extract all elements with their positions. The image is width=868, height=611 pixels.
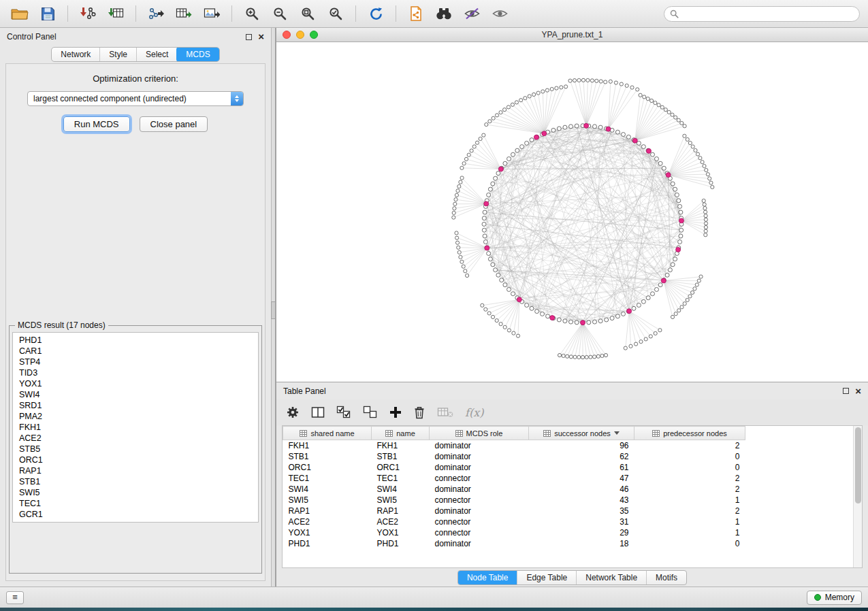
mcds-result-item[interactable]: STB5 xyxy=(19,444,252,455)
float-panel-icon[interactable] xyxy=(246,34,252,40)
table-cell: 18 xyxy=(529,538,634,549)
table-cell: SWI4 xyxy=(283,484,372,495)
table-row[interactable]: SWI4SWI4dominator462 xyxy=(283,484,745,495)
mcds-result-item[interactable]: PMA2 xyxy=(19,411,252,422)
mcds-result-item[interactable]: CAR1 xyxy=(19,346,252,357)
export-image-icon xyxy=(204,6,220,21)
table-row[interactable]: RAP1RAP1dominator352 xyxy=(283,506,745,516)
splitter-handle-icon[interactable] xyxy=(271,301,276,319)
close-panel-button[interactable]: Close panel xyxy=(140,116,208,132)
criterion-select[interactable]: largest connected component (undirected) xyxy=(27,91,244,106)
search-input[interactable] xyxy=(682,9,854,18)
mcds-result-item[interactable]: TEC1 xyxy=(19,498,252,509)
run-mcds-button[interactable]: Run MCDS xyxy=(63,116,130,132)
zoom-fit-icon xyxy=(300,6,315,21)
network-canvas[interactable] xyxy=(276,42,868,382)
show-all-button[interactable] xyxy=(488,3,511,24)
column-header-mcds-role[interactable]: MCDS role xyxy=(430,427,529,440)
table-row[interactable]: STB1STB1dominator620 xyxy=(283,451,745,462)
hide-selection-button[interactable] xyxy=(460,3,483,24)
tab-select[interactable]: Select xyxy=(136,48,177,61)
table-row[interactable]: YOX1YOX1connector291 xyxy=(283,527,745,538)
select-stepper-icon[interactable] xyxy=(231,91,243,106)
add-column-button[interactable] xyxy=(389,406,402,418)
scrollbar-thumb[interactable] xyxy=(855,427,861,503)
zoom-in-button[interactable] xyxy=(240,3,263,24)
mcds-result-item[interactable]: GCR1 xyxy=(19,509,252,520)
table-row[interactable]: FKH1FKH1dominator962 xyxy=(283,440,745,451)
open-file-button[interactable] xyxy=(8,3,31,24)
table-row[interactable]: TEC1TEC1connector472 xyxy=(283,473,745,484)
mcds-result-item[interactable]: YOX1 xyxy=(19,378,252,389)
deselect-all-button[interactable] xyxy=(363,406,378,419)
mcds-result-item[interactable]: PHD1 xyxy=(19,335,252,346)
status-menu-button[interactable]: ≡ xyxy=(6,591,24,604)
column-header-successor-nodes[interactable]: successor nodes xyxy=(529,427,634,440)
network-titlebar[interactable]: YPA_prune.txt_1 xyxy=(276,28,868,42)
column-header-name[interactable]: name xyxy=(372,427,430,440)
tab-style[interactable]: Style xyxy=(99,48,136,61)
table-row[interactable]: ORC1ORC1dominator610 xyxy=(283,462,745,473)
search-field[interactable] xyxy=(664,6,860,22)
float-table-panel-icon[interactable] xyxy=(843,388,849,394)
table-cell: 35 xyxy=(529,506,634,516)
network-from-selection-button[interactable] xyxy=(404,3,428,24)
mcds-result-item[interactable]: SRD1 xyxy=(19,400,252,411)
tab-network-table[interactable]: Network Table xyxy=(576,571,646,584)
table-cell: connector xyxy=(430,495,529,506)
network-canvas-svg[interactable] xyxy=(276,42,868,382)
mcds-result-item[interactable]: ORC1 xyxy=(19,455,252,465)
table-cell: 29 xyxy=(529,527,634,538)
zoom-out-button[interactable] xyxy=(268,3,291,24)
tab-network[interactable]: Network xyxy=(52,48,99,61)
tab-edge-table[interactable]: Edge Table xyxy=(517,571,576,584)
delete-column-button[interactable] xyxy=(413,406,425,419)
memory-button[interactable]: Memory xyxy=(807,591,862,605)
mcds-result-item[interactable]: TID3 xyxy=(19,367,252,378)
show-columns-button[interactable] xyxy=(311,406,325,418)
mcds-result-item[interactable]: STB1 xyxy=(19,476,252,487)
table-row[interactable]: SWI5SWI5connector431 xyxy=(283,495,745,506)
apply-layout-button[interactable] xyxy=(364,3,387,24)
export-image-button[interactable] xyxy=(200,3,223,24)
minimize-window-button[interactable] xyxy=(296,31,304,39)
zoom-window-button[interactable] xyxy=(310,31,318,39)
control-panel-title: Control Panel xyxy=(7,32,57,42)
table-row[interactable]: PHD1PHD1dominator180 xyxy=(283,538,745,549)
select-all-button[interactable] xyxy=(336,406,351,419)
mcds-result-item[interactable]: RAP1 xyxy=(19,465,252,476)
close-panel-icon[interactable]: × xyxy=(258,33,264,40)
save-session-button[interactable] xyxy=(36,3,59,24)
table-cell: 1 xyxy=(634,516,745,527)
list-icon: ≡ xyxy=(12,592,18,602)
mcds-result-item[interactable]: STP4 xyxy=(19,357,252,367)
table-cell: RAP1 xyxy=(283,506,372,516)
table-cell: 1 xyxy=(634,495,745,506)
export-table-button[interactable] xyxy=(172,3,195,24)
import-table-button[interactable] xyxy=(104,3,127,24)
mcds-result-item[interactable]: SWI4 xyxy=(19,389,252,400)
panel-splitter[interactable] xyxy=(271,28,276,587)
columns-icon xyxy=(311,406,325,418)
tab-motifs[interactable]: Motifs xyxy=(646,571,686,584)
column-header-predecessor-nodes[interactable]: predecessor nodes xyxy=(634,427,745,440)
mcds-result-item[interactable]: SWI5 xyxy=(19,487,252,498)
close-window-button[interactable] xyxy=(283,31,291,39)
table-row[interactable]: ACE2ACE2connector311 xyxy=(283,516,745,527)
zoom-fit-button[interactable] xyxy=(296,3,319,24)
delete-table-button xyxy=(437,406,453,418)
mcds-result-list: PHD1CAR1STP4TID3YOX1SWI4SRD1PMA2FKH1ACE2… xyxy=(12,332,259,523)
import-network-button[interactable] xyxy=(76,3,99,24)
zoom-selected-button[interactable] xyxy=(324,3,347,24)
tab-mcds[interactable]: MCDS xyxy=(176,47,219,62)
column-header-shared-name[interactable]: shared name xyxy=(283,427,372,440)
find-button[interactable] xyxy=(432,3,455,24)
mcds-result-item[interactable]: FKH1 xyxy=(19,422,252,433)
close-table-panel-icon[interactable]: × xyxy=(855,388,861,395)
table-scrollbar[interactable] xyxy=(853,426,862,567)
table-settings-button[interactable] xyxy=(286,406,300,419)
mcds-result-item[interactable]: ACE2 xyxy=(19,433,252,444)
tab-node-table[interactable]: Node Table xyxy=(457,570,518,585)
column-grid-icon xyxy=(652,430,660,437)
export-network-button[interactable] xyxy=(144,3,167,24)
